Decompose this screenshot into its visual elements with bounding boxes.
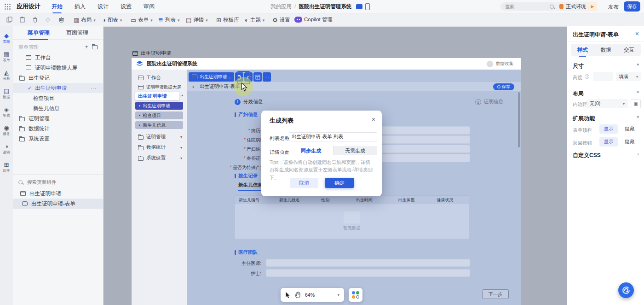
component-search-input[interactable]: [26, 179, 88, 185]
ribbon-group-form[interactable]: ▭ 表单 ▾: [131, 17, 153, 23]
tab-settings[interactable]: 设置: [121, 3, 132, 11]
padding-detail-button[interactable]: ▣: [631, 99, 641, 108]
tab-insert[interactable]: 插入: [75, 3, 86, 11]
tree-item-birth-certificate-application[interactable]: ✓ 出生证明申请 ···: [13, 83, 103, 93]
back-button-hide[interactable]: 隐藏: [621, 137, 639, 147]
tab-data[interactable]: 数据: [600, 47, 611, 53]
pan-hand-icon[interactable]: [295, 292, 300, 298]
option-sync-generate[interactable]: 同步生成: [289, 146, 333, 155]
more-actions-button[interactable]: ···: [263, 72, 271, 82]
list-name-input[interactable]: [289, 132, 377, 141]
chevron-down-icon[interactable]: ▾: [637, 90, 639, 94]
tab-review[interactable]: 审阅: [144, 3, 155, 11]
ribbon-group-layout[interactable]: ▦ 布局 ▾: [74, 17, 96, 23]
preview-save-button[interactable]: 保存: [493, 83, 514, 90]
close-icon[interactable]: ×: [635, 30, 639, 37]
field-input-nurse[interactable]: [266, 269, 470, 277]
save-button[interactable]: 保存: [624, 1, 640, 12]
app-grid-icon[interactable]: [5, 4, 12, 10]
back-icon[interactable]: ‹: [192, 83, 194, 90]
rail-item-data[interactable]: ▤数据: [0, 88, 13, 100]
preview-play-button[interactable]: ▶: [588, 2, 597, 11]
mobile-view-icon[interactable]: [365, 3, 370, 10]
padding-select[interactable]: 无(0) ▾: [586, 99, 628, 108]
preview-menu-group-popover[interactable]: 出生证明申请: [135, 92, 179, 100]
info-icon[interactable]: ?: [585, 74, 589, 79]
breadcrumb-parent[interactable]: 我的应用: [270, 3, 292, 10]
generate-list-button[interactable]: [253, 72, 262, 82]
tree-folder-system-settings[interactable]: 系统设置: [13, 134, 103, 144]
rail-item-integration[interactable]: ◈集成: [0, 106, 13, 118]
delete-icon[interactable]: [32, 17, 38, 23]
ribbon-group-detail[interactable]: ▤ 详情 ▾: [186, 17, 208, 23]
tab-menu-management[interactable]: 菜单管理: [28, 29, 50, 37]
avatar[interactable]: [487, 61, 493, 67]
next-step-button[interactable]: 下一步: [482, 289, 509, 299]
search-input[interactable]: [504, 4, 543, 10]
preview-menu-group-cert-mgmt[interactable]: 证明管理 ▾: [132, 132, 187, 141]
tree-folder-data-statistics[interactable]: 数据统计: [13, 123, 103, 134]
rail-item-analysis[interactable]: ◭分析: [0, 70, 13, 82]
paste-icon[interactable]: [19, 17, 25, 23]
tree-folder-certificate-management[interactable]: 证明管理: [13, 113, 103, 123]
preview-menu-workbench[interactable]: 工作台: [132, 73, 187, 82]
tab-newborn-info[interactable]: 新生儿信息: [238, 182, 263, 191]
delete-component-button[interactable]: [235, 72, 243, 82]
copy-icon[interactable]: [6, 17, 12, 23]
chevron-up-icon[interactable]: ▴: [181, 93, 183, 97]
desktop-view-icon[interactable]: [356, 4, 362, 9]
rail-item-pages[interactable]: ◆页面: [0, 33, 13, 45]
option-no-generate[interactable]: 无需生成: [333, 146, 377, 155]
search-icon[interactable]: [550, 5, 554, 9]
tree-item-dashboard[interactable]: 证明申请数据大屏: [13, 63, 103, 73]
field-input-chief-doctor[interactable]: [266, 259, 470, 267]
component-search[interactable]: [18, 178, 98, 186]
tab-interaction[interactable]: 交互: [624, 47, 634, 53]
tab-page-management[interactable]: 页面管理: [66, 29, 88, 37]
preview-menu-item-birth-cert-selected[interactable]: • 出生证明申请: [135, 102, 183, 110]
replace-component-button[interactable]: ⇄: [244, 72, 253, 82]
chevron-down-icon[interactable]: ▾: [337, 293, 339, 297]
format-brush-icon[interactable]: [45, 17, 51, 23]
recycle-bin-icon[interactable]: [58, 16, 65, 23]
confirm-button[interactable]: 确定: [325, 178, 354, 188]
tree-item-workbench[interactable]: 工作台: [13, 53, 103, 63]
ribbon-group-list[interactable]: ≣ 列表 ▾: [158, 17, 179, 23]
tab-style[interactable]: 样式: [577, 47, 588, 53]
add-menu-icon[interactable]: +: [85, 45, 88, 49]
ribbon-group-copilot[interactable]: Copilot 管理: [294, 16, 333, 23]
preview-menu-group-data-stats[interactable]: 数据统计 ▾: [132, 143, 187, 152]
form-topbar-show[interactable]: 显示: [599, 124, 618, 134]
component-item-page[interactable]: 出生证明申请: [13, 188, 103, 199]
preview-menu-group-sys-settings[interactable]: 系统设置 ▾: [132, 153, 187, 163]
chevron-down-icon[interactable]: ▾: [637, 115, 639, 119]
tree-item-check-items[interactable]: 检查项目: [13, 93, 103, 103]
ribbon-group-theme[interactable]: ◐ 主题 ▾: [245, 17, 264, 23]
preview-menu-item-check-items[interactable]: • 检查项目: [135, 111, 183, 119]
selected-component-chip[interactable]: 出生证明申请...: [189, 72, 234, 82]
chevron-down-icon[interactable]: ▾: [637, 62, 639, 67]
close-icon[interactable]: ×: [372, 116, 375, 123]
rail-item-forms[interactable]: ▦表单: [0, 51, 13, 63]
global-search[interactable]: [500, 2, 558, 11]
height-input[interactable]: [593, 72, 613, 81]
canvas-scrollbar[interactable]: [518, 92, 520, 147]
add-folder-icon[interactable]: [92, 45, 98, 49]
tab-design[interactable]: 设计: [98, 3, 109, 11]
rail-item-logic[interactable]: ◑逻辑: [0, 143, 13, 155]
zoom-value[interactable]: 64%: [305, 292, 315, 298]
height-fit-select[interactable]: 填满 ▾: [616, 72, 641, 81]
assistant-chat-button[interactable]: [618, 282, 634, 298]
tree-item-newborn-info[interactable]: 新生儿信息: [13, 103, 103, 113]
canvas-page-tab[interactable]: 出生证明申请: [132, 50, 171, 57]
more-icon[interactable]: ···: [91, 86, 97, 91]
chevron-right-icon[interactable]: ›: [637, 151, 639, 157]
publish-button[interactable]: 发布: [608, 4, 619, 11]
cancel-button[interactable]: 取消: [290, 178, 318, 188]
ribbon-group-settings[interactable]: ⚙ 设置: [272, 17, 290, 23]
rail-item-service[interactable]: ◉服务: [0, 125, 13, 137]
ribbon-group-chart[interactable]: ◑ 图表 ▾: [102, 17, 122, 23]
tab-start[interactable]: 开始: [52, 3, 63, 11]
select-cursor-icon[interactable]: [285, 292, 290, 299]
environment-chip[interactable]: 正式环境: [556, 2, 590, 11]
